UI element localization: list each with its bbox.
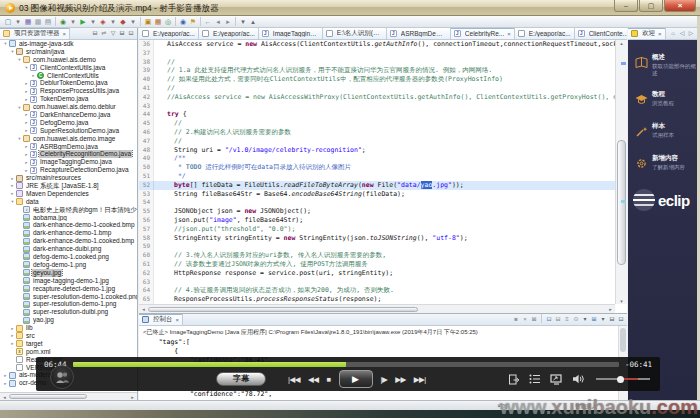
welcome-item[interactable]: 概述获取功能部件的概述: [635, 53, 697, 77]
dropdown-icon[interactable]: ▾: [108, 16, 118, 27]
tree-item[interactable]: super-resolution-demo-1.cooked.png: [0, 293, 137, 301]
code-editor[interactable]: 36AisAccess service = new AisAccess(Clie…: [139, 40, 615, 304]
expand-icon[interactable]: ▸: [9, 176, 16, 181]
close-icon[interactable]: ×: [176, 317, 180, 323]
code-line[interactable]: 43: [139, 102, 615, 111]
editor-tab[interactable]: E:/yeapor/ac...: [515, 28, 575, 40]
remove-launch-icon[interactable]: ×: [521, 314, 529, 325]
tree-item[interactable]: ▸src/main/resources: [0, 174, 137, 182]
run-icon[interactable]: ▶: [78, 16, 88, 27]
tree-item[interactable]: super-resolution-demo-1.png: [0, 300, 137, 308]
tree-item[interactable]: ▾data: [0, 198, 137, 206]
code-line[interactable]: 59: [139, 242, 615, 251]
maximize-icon[interactable]: ⊡: [617, 314, 625, 325]
tree-item[interactable]: ▸JDeblurTokenDemo.java: [0, 79, 137, 87]
tree-item[interactable]: ▸JASRBgmDemo.java: [0, 143, 137, 151]
tree-item[interactable]: xpom.xml: [0, 348, 137, 356]
dropdown-icon[interactable]: ▾: [128, 16, 138, 27]
back-icon[interactable]: ◂: [213, 16, 223, 27]
collapse-icon[interactable]: ▾: [2, 41, 9, 46]
expand-icon[interactable]: ▸: [23, 112, 30, 117]
expand-icon[interactable]: ▸: [2, 373, 9, 378]
coverage-icon[interactable]: ◆: [118, 16, 128, 27]
collapse-all-icon[interactable]: ⊟: [91, 28, 99, 39]
tree-item[interactable]: dark-enhance-duibi.png: [0, 245, 137, 253]
collapse-icon[interactable]: ▾: [16, 136, 23, 141]
expand-icon[interactable]: ▸: [23, 128, 30, 133]
word-wrap-icon[interactable]: ≡: [563, 314, 571, 325]
tree-item[interactable]: ▸JImageTaggingDemo.java: [0, 158, 137, 166]
editor-tab[interactable]: E:\名人识别(人脸...: [323, 28, 387, 40]
code-line[interactable]: 57//json.put("threshold", "0.0");: [139, 225, 615, 234]
code-line[interactable]: 61// 该参数主要通过JSON对象的方式传入, 使用POST方法调用服务: [139, 260, 615, 269]
run-external-icon[interactable]: ◈: [98, 16, 108, 27]
code-line[interactable]: 64// 4.验证服务调用返回的状态是否成功，如果为200, 为成功, 否则失败…: [139, 286, 615, 295]
code-line[interactable]: 40// 如果使用此处方式，需要同时在ClientContextUtils中，配…: [139, 75, 615, 84]
expand-icon[interactable]: ▸: [23, 152, 30, 157]
tree-item[interactable]: ▸target: [0, 340, 137, 348]
code-line[interactable]: 38//: [139, 58, 615, 67]
tree-item[interactable]: ♪电影史上最经典的bgm！日本清纯少女大霸气二战...: [0, 206, 137, 214]
tree-item[interactable]: geyou.jpg: [0, 269, 137, 277]
tab-console[interactable]: 控制台 ×: [139, 314, 183, 326]
editor-tab[interactable]: E:/yeapor/ac...: [199, 28, 259, 40]
expand-icon[interactable]: ▸: [23, 144, 30, 149]
code-line[interactable]: 55JSONObject json = new JSONObject();: [139, 207, 615, 216]
volume-icon[interactable]: [572, 374, 585, 384]
expand-icon[interactable]: ▸: [23, 89, 30, 94]
tree-item[interactable]: ▸JTokenDemo.java: [0, 95, 137, 103]
minimize-icon[interactable]: ⊟: [608, 314, 616, 325]
scroll-right-icon[interactable]: ▸: [606, 306, 615, 312]
tree-item[interactable]: super-resolution-duibi.png: [0, 308, 137, 316]
tree-item[interactable]: ▸Maven Dependencies: [0, 190, 137, 198]
link-with-editor-icon[interactable]: ⇄: [100, 28, 108, 39]
tree-item[interactable]: dark-enhance-demo-1.cooked.bmp: [0, 237, 137, 245]
collapse-icon[interactable]: ▾: [9, 199, 16, 204]
welcome-item[interactable]: 样本试用样本: [635, 122, 697, 141]
pin-console-icon[interactable]: ⊙: [572, 314, 580, 325]
close-button[interactable]: ×: [664, 0, 696, 12]
close-icon[interactable]: ×: [63, 31, 67, 37]
forward-icon[interactable]: ▷: [687, 28, 695, 39]
editor-tab[interactable]: JASRBgmDemo.java: [387, 28, 451, 40]
tree-item[interactable]: ▸CClientContextUtils: [0, 72, 137, 80]
collapse-icon[interactable]: ▾: [16, 105, 23, 110]
stop-button[interactable]: ■: [327, 375, 331, 384]
skip-forward-button[interactable]: ▶▶|: [414, 375, 426, 384]
editor-hscrollbar[interactable]: ◂ ▸: [139, 304, 615, 313]
tree-item[interactable]: yao.jpg: [0, 316, 137, 324]
code-line[interactable]: 41//: [139, 84, 615, 93]
rewind-button[interactable]: ◀◀: [308, 375, 319, 384]
fast-forward-button[interactable]: ▶▶: [395, 375, 406, 384]
code-line[interactable]: 47//: [139, 137, 615, 146]
code-line[interactable]: 56json.put("image", fileBase64Str);: [139, 216, 615, 225]
scroll-right-icon[interactable]: ▸: [128, 394, 137, 400]
forward-icon[interactable]: ▸: [223, 16, 233, 27]
code-line[interactable]: 65ResponseProcessUtils.processResponseSt…: [139, 295, 615, 304]
tree-item[interactable]: dark-enhance-demo-1.bmp: [0, 229, 137, 237]
tree-item[interactable]: defog-demo-1.cooked.png: [0, 253, 137, 261]
print-icon[interactable]: ▤: [43, 16, 53, 27]
minimize-button[interactable]: –: [614, 0, 638, 12]
tree-item[interactable]: ▾com.huawei.ais.demo.image: [0, 135, 137, 143]
dropdown-icon[interactable]: ▾: [599, 314, 607, 325]
tree-item[interactable]: ▸JRE 系统库 [JavaSE-1.8]: [0, 182, 137, 190]
code-line[interactable]: 49/**: [139, 154, 615, 163]
tree-item[interactable]: ▾ais-image-java-sdk: [0, 40, 137, 48]
tree-item[interactable]: ▸JSuperResolutionDemo.java: [0, 127, 137, 135]
code-line[interactable]: 42//AisAccess service = new AisAccessWit…: [139, 93, 615, 102]
mark-occurrences-icon[interactable]: ⚑: [188, 16, 198, 27]
new-wizard-icon[interactable]: ▢: [3, 16, 13, 27]
code-line[interactable]: 37: [139, 49, 615, 58]
tree-item[interactable]: ▸JDefogDemo.java: [0, 119, 137, 127]
expand-icon[interactable]: ▸: [23, 97, 30, 102]
expand-icon[interactable]: ▸: [23, 168, 30, 173]
terminate-icon[interactable]: ■: [512, 314, 520, 325]
collapse-icon[interactable]: ▾: [23, 65, 30, 70]
expand-icon[interactable]: ▸: [23, 81, 30, 86]
tree-item[interactable]: ▾com.huawei.ais.demo: [0, 56, 137, 64]
maximize-icon[interactable]: ⊡: [127, 28, 135, 39]
explorer-hscrollbar[interactable]: ◂ ▸: [0, 392, 137, 400]
clear-console-icon[interactable]: ⊡: [545, 314, 553, 325]
code-line[interactable]: 60// 3.传入名人识别服务对应的uri参数, 传入名人识别服务需要的参数,: [139, 251, 615, 260]
